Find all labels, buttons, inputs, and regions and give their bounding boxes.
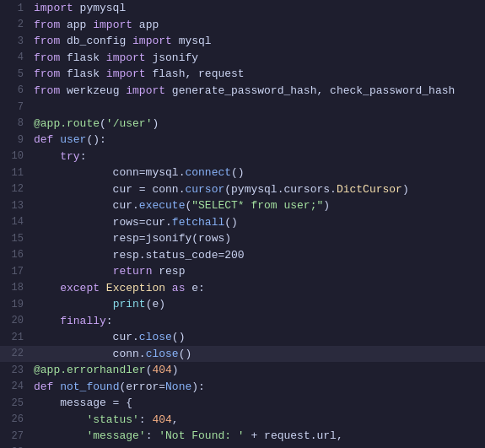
line-content: } <box>30 445 485 449</box>
line-content: cur = conn.cursor(pymysql.cursors.DictCu… <box>30 181 485 198</box>
line-number: 12 <box>0 181 30 197</box>
line-content: from db_config import mysql <box>30 33 485 50</box>
code-line: 13 cur.execute("SELECT* from user;") <box>0 197 485 214</box>
line-number: 4 <box>0 50 30 65</box>
code-line: 16 resp.status_code=200 <box>0 247 485 264</box>
line-content: finally: <box>30 313 485 330</box>
line-content: conn=mysql.connect() <box>30 165 485 181</box>
code-line: 25 message = { <box>0 395 485 412</box>
code-line: 14 rows=cur.fetchall() <box>0 214 485 231</box>
line-content: return resp <box>30 263 485 280</box>
line-content: print(e) <box>30 296 485 313</box>
line-content: from flask import jsonify <box>30 50 485 67</box>
line-content: @app.route('/user') <box>30 116 485 132</box>
code-line: 2from app import app <box>0 17 485 34</box>
line-number: 20 <box>0 313 30 328</box>
line-content: 'status': 404, <box>30 412 485 429</box>
code-line: 28 } <box>0 445 485 449</box>
line-number: 24 <box>0 379 30 394</box>
code-line: 24def not_found(error=None): <box>0 379 485 396</box>
code-line: 10 try: <box>0 148 485 165</box>
line-content: from app import app <box>30 17 485 34</box>
line-number: 27 <box>0 429 30 444</box>
line-content: cur.execute("SELECT* from user;") <box>30 197 485 214</box>
line-content: rows=cur.fetchall() <box>30 214 485 231</box>
line-number: 23 <box>0 363 30 378</box>
line-content: from werkzeug import generate_password_h… <box>30 83 485 100</box>
line-number: 7 <box>0 100 30 115</box>
line-content: 'message': 'Not Found: ' + request.url, <box>30 428 485 445</box>
line-content <box>30 99 485 116</box>
line-number: 11 <box>0 165 30 181</box>
code-line: 6from werkzeug import generate_password_… <box>0 83 485 100</box>
code-line: 3from db_config import mysql <box>0 33 485 50</box>
code-lines: 1import pymysql2from app import app3from… <box>0 0 485 448</box>
code-line: 20 finally: <box>0 313 485 330</box>
line-number: 16 <box>0 247 30 262</box>
line-number: 10 <box>0 148 30 164</box>
line-content: conn.close() <box>30 346 485 363</box>
line-number: 1 <box>0 1 30 16</box>
code-line: 26 'status': 404, <box>0 412 485 429</box>
line-content: except Exception as e: <box>30 280 485 297</box>
line-number: 18 <box>0 280 30 295</box>
line-content: def not_found(error=None): <box>30 379 485 396</box>
line-number: 26 <box>0 412 30 427</box>
code-line: 9def user(): <box>0 132 485 148</box>
code-line: 22 conn.close() <box>0 346 485 363</box>
line-number: 28 <box>0 445 30 448</box>
line-content: def user(): <box>30 132 485 148</box>
code-line: 17 return resp <box>0 263 485 280</box>
code-line: 11 conn=mysql.connect() <box>0 165 485 181</box>
code-line: 8@app.route('/user') <box>0 116 485 132</box>
code-line: 12 cur = conn.cursor(pymysql.cursors.Dic… <box>0 181 485 198</box>
code-editor: 1import pymysql2from app import app3from… <box>0 0 485 448</box>
line-number: 15 <box>0 231 30 246</box>
code-line: 23@app.errorhandler(404) <box>0 362 485 379</box>
line-number: 19 <box>0 297 30 312</box>
line-content: resp.status_code=200 <box>30 247 485 264</box>
code-line: 18 except Exception as e: <box>0 280 485 297</box>
code-line: 1import pymysql <box>0 0 485 17</box>
code-line: 27 'message': 'Not Found: ' + request.ur… <box>0 428 485 445</box>
line-number: 22 <box>0 346 30 361</box>
code-line: 7 <box>0 99 485 116</box>
line-content: @app.errorhandler(404) <box>30 362 485 379</box>
code-line: 4from flask import jsonify <box>0 50 485 67</box>
line-number: 8 <box>0 116 30 131</box>
line-content: from flask import flash, request <box>30 66 485 83</box>
line-number: 21 <box>0 330 30 345</box>
line-number: 6 <box>0 83 30 98</box>
line-content: resp=jsonify(rows) <box>30 230 485 247</box>
line-number: 2 <box>0 17 30 32</box>
line-number: 25 <box>0 396 30 411</box>
code-line: 5from flask import flash, request <box>0 66 485 83</box>
code-line: 21 cur.close() <box>0 329 485 346</box>
line-number: 3 <box>0 34 30 49</box>
line-content: message = { <box>30 395 485 412</box>
line-content: cur.close() <box>30 329 485 346</box>
line-content: import pymysql <box>30 0 485 17</box>
code-line: 19 print(e) <box>0 296 485 313</box>
line-number: 9 <box>0 132 30 148</box>
line-number: 17 <box>0 264 30 279</box>
line-number: 5 <box>0 67 30 82</box>
code-line: 15 resp=jsonify(rows) <box>0 230 485 247</box>
line-number: 13 <box>0 198 30 213</box>
line-content: try: <box>30 148 485 165</box>
line-number: 14 <box>0 214 30 229</box>
